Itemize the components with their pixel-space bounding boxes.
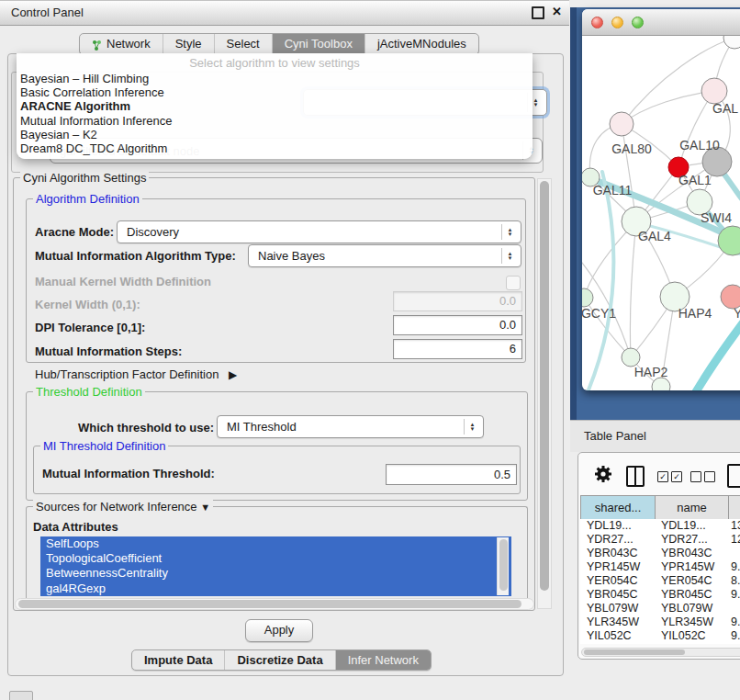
list-item-selected[interactable]: TopologicalCoefficient [40, 551, 511, 566]
node-label-swi4: SWI4 [701, 210, 732, 225]
mi-algorithm-combobox[interactable]: Naive Bayes ▲▼ [248, 244, 521, 267]
list-item-selected[interactable]: BetweennessCentrality [40, 566, 511, 581]
list-item-selected[interactable]: gal4RGexp [40, 581, 511, 596]
node-label-gal-partial: GAL [712, 101, 738, 116]
network-canvas[interactable]: GAL80 GAL10 GAL1 GAL11 SWI4 GAL4 GCY1 HA… [582, 36, 740, 390]
table-horizontal-scrollbar[interactable] [581, 648, 740, 657]
table-row[interactable]: YBR043CYBR043C [580, 547, 740, 560]
node-hap2[interactable] [622, 348, 640, 367]
hub-section-label[interactable]: Hub/Transcription Factor Definition ▶ [35, 367, 237, 381]
hub-section-text: Hub/Transcription Factor Definition [35, 367, 219, 381]
table-row[interactable]: YPR145WYPR145W9. [580, 560, 740, 574]
gear-icon[interactable] [593, 464, 613, 484]
dpi-tolerance-field[interactable]: 0.0 [393, 315, 522, 335]
algorithm-dropdown-popup: Select algorithm to view settings Bayesi… [17, 53, 533, 159]
node-label-gal80: GAL80 [611, 141, 652, 156]
float-window-icon[interactable] [532, 6, 544, 19]
tab-label: Infer Network [348, 653, 419, 667]
tab-select[interactable]: Select [214, 34, 272, 54]
table-cell: YBL079W [655, 602, 728, 615]
dropdown-item[interactable]: Mutual Information Inference [20, 114, 529, 128]
tab-impute-data[interactable]: Impute Data [132, 650, 224, 670]
network-icon [92, 40, 102, 51]
node-label-gal1: GAL1 [678, 173, 712, 187]
tab-network[interactable]: Network [80, 34, 163, 54]
mi-steps-field[interactable]: 6 [393, 339, 522, 359]
table-cell: 13. [728, 519, 740, 533]
column-header-partial[interactable]: A [729, 496, 740, 519]
tab-discretize-data[interactable]: Discretize Data [224, 650, 334, 670]
combo-stepper-icon: ▲▼ [501, 224, 518, 240]
close-traffic-light-icon[interactable] [591, 17, 603, 28]
table-row[interactable]: YER054CYER054C8. [580, 574, 740, 588]
table-row[interactable]: YLR345WYLR345W9. [580, 615, 740, 629]
dropdown-item[interactable]: Bayesian – Hill Climbing [20, 72, 529, 85]
sources-title-text: Sources for Network Inference [36, 500, 197, 514]
table-cell: YBL079W [580, 602, 655, 615]
node-gcy1[interactable] [582, 288, 593, 307]
scrollbar-thumb[interactable] [584, 649, 685, 655]
table-row[interactable]: YDR27...YDR27...12. [580, 533, 740, 547]
minimize-traffic-light-icon[interactable] [611, 17, 623, 28]
node-label-gcy1: GCY1 [582, 306, 616, 321]
scrollbar-thumb[interactable] [540, 181, 549, 591]
tab-jactivemnodules[interactable]: jActiveMNodules [364, 34, 478, 54]
list-vertical-scrollbar[interactable] [497, 537, 509, 595]
settings-horizontal-scrollbar[interactable] [15, 598, 534, 610]
sources-title[interactable]: Sources for Network Inference ▼ [33, 500, 213, 514]
mi-threshold-field[interactable]: 0.5 [386, 464, 517, 485]
which-threshold-combobox[interactable]: MI Threshold ▲▼ [217, 415, 484, 438]
table-cell: YER054C [580, 574, 655, 588]
table-cell: YBR045C [580, 588, 655, 602]
node-unlabeled-bottom[interactable] [652, 378, 670, 390]
table-cell: YBR043C [580, 547, 655, 560]
aracne-mode-combobox[interactable]: Discovery ▲▼ [117, 220, 521, 243]
unchecked-checkboxes-icon[interactable] [690, 471, 718, 482]
table-row[interactable]: YBR045CYBR045C9. [580, 588, 740, 602]
node-gal-partial[interactable] [701, 78, 727, 104]
network-view-window[interactable]: GAL80 GAL10 GAL1 GAL11 SWI4 GAL4 GCY1 HA… [582, 9, 740, 390]
network-window-titlebar[interactable] [582, 9, 740, 36]
dropdown-item-selected[interactable]: ARACNE Algorithm [20, 99, 529, 113]
control-panel-tabstrip: Network Style Select Cyni Toolbox jActiv… [79, 33, 479, 55]
data-attributes-list[interactable]: SelfLoops TopologicalCoefficient Between… [40, 536, 511, 596]
table-panel-title: Table Panel [584, 429, 646, 443]
apply-button[interactable]: Apply [245, 619, 313, 642]
manual-kernel-checkbox[interactable] [506, 276, 521, 290]
close-icon[interactable]: ✕ [552, 5, 562, 18]
dropdown-item[interactable]: Basic Correlation Inference [20, 85, 529, 99]
table-cell: 9. [728, 615, 740, 629]
chevron-right-icon[interactable]: ▶ [229, 368, 237, 381]
node-unlabeled-top[interactable] [723, 36, 740, 49]
table-row[interactable]: YBL079WYBL079W [580, 602, 740, 615]
dropdown-item[interactable]: Dream8 DC_TDC Algorithm [20, 141, 529, 155]
tab-label: Select [227, 37, 260, 51]
scrollbar-thumb[interactable] [18, 600, 521, 608]
column-header-shared-name[interactable]: shared... [581, 496, 656, 519]
node-gal80[interactable] [610, 112, 633, 136]
column-header-name[interactable]: name [656, 496, 729, 519]
table-row[interactable]: YIL052CYIL052C9. [580, 629, 740, 643]
file-icon[interactable] [727, 464, 740, 488]
table-cell: YDL19... [580, 519, 655, 533]
dropdown-item[interactable]: Bayesian – K2 [20, 128, 529, 141]
columns-icon[interactable] [626, 466, 645, 487]
table-body: YDL19...YDL19...13.YDR27...YDR27...12.YB… [580, 519, 740, 644]
which-threshold-value: MI Threshold [227, 420, 297, 434]
checked-checkboxes-icon[interactable]: ✓✓ [657, 471, 685, 482]
table-row[interactable]: YDL19...YDL19...13. [580, 519, 740, 533]
tab-infer-network[interactable]: Infer Network [335, 650, 431, 670]
kernel-width-field[interactable]: 0.0 [393, 291, 522, 311]
tab-cyni-toolbox[interactable]: Cyni Toolbox [272, 34, 364, 54]
combo-stepper-icon: ▲▼ [464, 419, 480, 435]
tab-style[interactable]: Style [163, 34, 214, 54]
settings-vertical-scrollbar[interactable] [537, 178, 552, 609]
table-cell: YBR043C [655, 547, 728, 560]
zoom-traffic-light-icon[interactable] [632, 17, 644, 28]
table-cell: YLR345W [655, 615, 728, 629]
table-cell: YPR145W [580, 560, 655, 574]
list-item-selected[interactable]: SelfLoops [40, 536, 511, 551]
scrollbar-thumb[interactable] [499, 539, 508, 591]
chevron-down-icon[interactable]: ▼ [200, 502, 210, 513]
kernel-width-label: Kernel Width (0,1): [35, 298, 140, 311]
